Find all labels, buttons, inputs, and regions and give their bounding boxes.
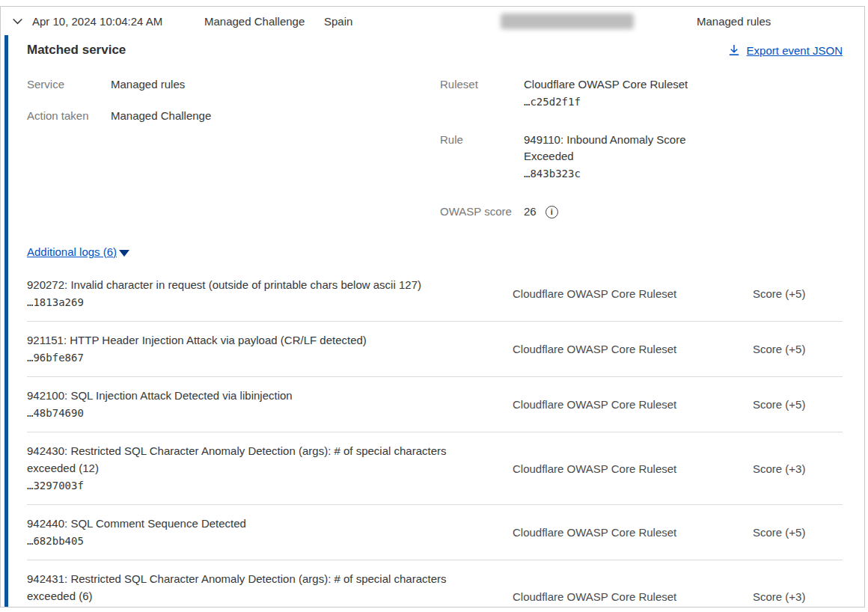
event-summary-row[interactable]: Apr 10, 2024 10:04:24 AM Managed Challen… [1,7,864,35]
matched-service-panel: Matched service Export event JSON Servic… [4,35,864,607]
export-event-json-link[interactable]: Export event JSON [728,44,843,57]
log-ruleset: Cloudflare OWASP Core Ruleset [513,287,753,300]
log-score: Score (+5) [753,398,843,411]
log-rule-id: …3297003f [27,477,483,495]
event-country: Spain [324,15,501,28]
ruleset-id: …c25d2f1f [524,93,711,111]
triangle-down-icon [119,250,129,257]
additional-logs-list: 920272: Invalid character in request (ou… [27,266,843,607]
download-icon [728,44,740,56]
event-detail-card: Apr 10, 2024 10:04:24 AM Managed Challen… [0,6,865,608]
rule-label: Rule [440,132,524,183]
service-value: Managed rules [111,76,298,93]
service-field: Service Managed rules [27,76,440,93]
log-ruleset: Cloudflare OWASP Core Ruleset [513,398,753,411]
log-description: 920272: Invalid character in request (ou… [27,276,483,293]
rule-id: …843b323c [524,165,711,183]
log-score: Score (+3) [753,462,843,475]
event-service: Managed rules [697,15,771,28]
ruleset-label: Ruleset [440,76,524,111]
owasp-score-value: 26 [524,204,537,220]
log-rule-id: …682bb405 [27,532,483,550]
log-row: 942430: Restricted SQL Character Anomaly… [27,432,843,505]
chevron-down-icon[interactable] [11,15,24,28]
log-score: Score (+5) [753,343,843,355]
ruleset-field: Ruleset Cloudflare OWASP Core Ruleset …c… [440,76,843,111]
log-rule-id: …96bfe867 [27,349,483,367]
log-row: 942440: SQL Comment Sequence Detected …6… [27,505,843,560]
rule-field: Rule 949110: Inbound Anomaly Score Excee… [440,132,843,183]
log-description: 942431: Restricted SQL Character Anomaly… [27,570,483,605]
log-rule-id: …1813a269 [27,293,483,311]
log-ruleset: Cloudflare OWASP Core Ruleset [513,526,753,539]
event-timestamp: Apr 10, 2024 10:04:24 AM [32,15,204,28]
action-taken-field: Action taken Managed Challenge [27,108,440,124]
log-description: 942100: SQL Injection Attack Detected vi… [27,387,483,404]
service-label: Service [27,76,111,93]
event-action: Managed Challenge [204,15,324,28]
action-taken-label: Action taken [27,108,111,124]
log-ruleset: Cloudflare OWASP Core Ruleset [513,462,753,475]
info-icon[interactable]: i [545,206,558,218]
log-row: 921151: HTTP Header Injection Attack via… [27,322,843,377]
action-taken-value: Managed Challenge [111,108,298,124]
redacted-value [501,13,634,29]
export-event-json-label: Export event JSON [747,44,843,57]
log-ruleset: Cloudflare OWASP Core Ruleset [513,590,753,603]
matched-service-details: Service Managed rules Action taken Manag… [27,76,843,235]
ruleset-value: Cloudflare OWASP Core Ruleset [524,78,688,91]
additional-logs-toggle[interactable]: Additional logs (6) [27,245,129,258]
log-row: 942100: SQL Injection Attack Detected vi… [27,377,843,432]
log-score: Score (+3) [753,590,843,603]
log-score: Score (+5) [753,526,843,539]
log-rule-id: …48b74690 [27,404,483,422]
log-ruleset: Cloudflare OWASP Core Ruleset [513,343,753,355]
log-description: 942430: Restricted SQL Character Anomaly… [27,442,483,477]
rule-value: 949110: Inbound Anomaly Score Exceeded [524,133,686,162]
log-row: 920272: Invalid character in request (ou… [27,266,843,322]
log-rule-id: …e5f94216 [27,605,483,607]
log-row: 942431: Restricted SQL Character Anomaly… [27,560,843,607]
additional-logs-label: Additional logs (6) [27,245,117,258]
owasp-score-field: OWASP score 26 i [440,204,843,220]
panel-title: Matched service [27,43,126,58]
owasp-score-label: OWASP score [440,204,524,220]
log-description: 921151: HTTP Header Injection Attack via… [27,331,483,349]
log-description: 942440: SQL Comment Sequence Detected [27,515,483,532]
log-score: Score (+5) [753,287,843,300]
